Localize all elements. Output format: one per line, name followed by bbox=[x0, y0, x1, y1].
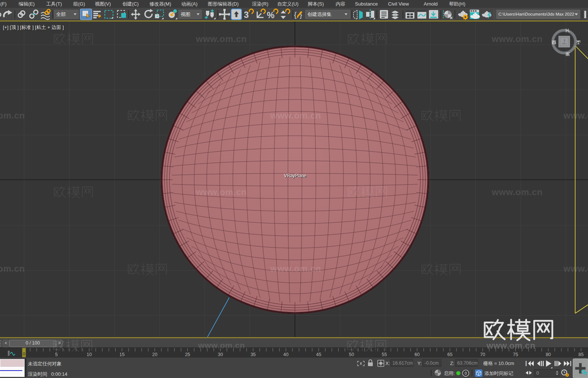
svg-text:16.617cm: 16.617cm bbox=[392, 361, 413, 366]
svg-text:视图: 视图 bbox=[181, 12, 190, 17]
svg-text:45: 45 bbox=[316, 352, 322, 357]
svg-text:80: 80 bbox=[546, 352, 551, 357]
svg-text:-0.0cm: -0.0cm bbox=[424, 361, 439, 366]
svg-text:70: 70 bbox=[480, 352, 485, 357]
svg-text:55: 55 bbox=[382, 352, 387, 357]
svg-text:25: 25 bbox=[185, 352, 190, 357]
svg-text:20: 20 bbox=[152, 352, 157, 357]
svg-text:%: % bbox=[267, 10, 274, 20]
svg-text:30: 30 bbox=[218, 352, 223, 357]
svg-text:3: 3 bbox=[244, 10, 249, 20]
svg-text:50: 50 bbox=[349, 352, 354, 357]
svg-text:0: 0 bbox=[536, 371, 539, 376]
svg-text:0: 0 bbox=[23, 352, 25, 356]
svg-text:40: 40 bbox=[283, 352, 288, 357]
svg-text:添加时间标记: 添加时间标记 bbox=[484, 371, 513, 376]
svg-text:60: 60 bbox=[414, 352, 420, 357]
svg-text:创建选择集: 创建选择集 bbox=[307, 12, 332, 17]
svg-text:0: 0 bbox=[465, 371, 467, 375]
svg-text:65: 65 bbox=[447, 352, 452, 357]
svg-text:全部: 全部 bbox=[56, 12, 66, 17]
svg-text:85: 85 bbox=[578, 352, 584, 357]
svg-text:35: 35 bbox=[251, 352, 256, 357]
svg-text:5: 5 bbox=[55, 352, 58, 357]
svg-text:栅格 = 10.0cm: 栅格 = 10.0cm bbox=[483, 361, 514, 366]
svg-text:15: 15 bbox=[119, 352, 125, 357]
svg-text:X:: X: bbox=[385, 361, 390, 366]
svg-text:C:\Users\Han\Documents\3ds Max: C:\Users\Han\Documents\3ds Max 2022 bbox=[498, 12, 574, 16]
svg-text:Z:: Z: bbox=[450, 361, 455, 366]
svg-text:启用:: 启用: bbox=[444, 371, 455, 376]
svg-text:{: { bbox=[294, 10, 297, 19]
svg-text:10: 10 bbox=[87, 352, 92, 357]
svg-text:63.706cm: 63.706cm bbox=[457, 361, 478, 366]
svg-text:75: 75 bbox=[513, 352, 518, 357]
svg-text:Y:: Y: bbox=[417, 361, 422, 366]
